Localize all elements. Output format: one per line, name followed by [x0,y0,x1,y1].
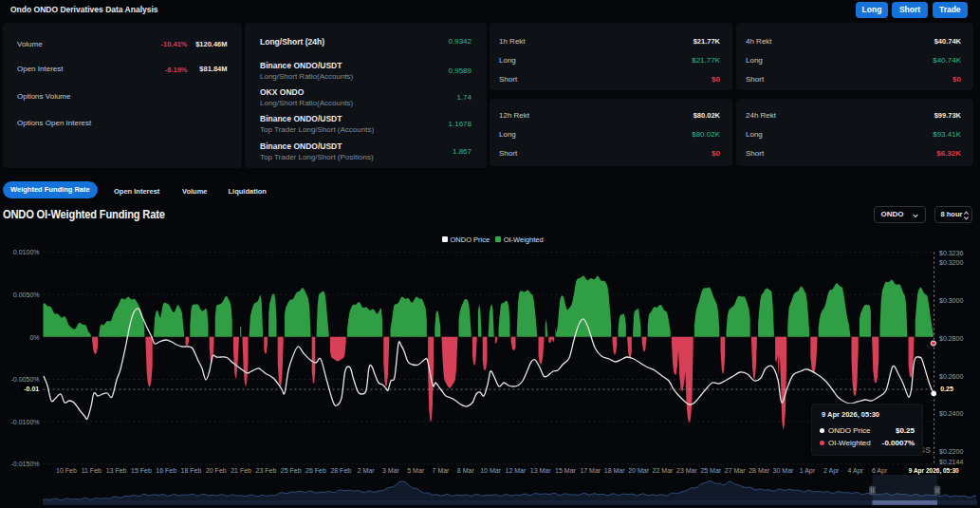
svg-text:0.0100%: 0.0100% [13,249,40,255]
svg-text:11 Feb: 11 Feb [82,467,102,474]
svg-text:3 Mar: 3 Mar [382,467,400,474]
svg-text:-0.0150%: -0.0150% [11,461,40,467]
svg-text:20 Feb: 20 Feb [206,467,227,474]
svg-text:17 Mar: 17 Mar [580,467,601,474]
svg-text:25 Mar: 25 Mar [700,467,721,474]
svg-text:28 Feb: 28 Feb [330,467,351,474]
svg-text:21 Feb: 21 Feb [231,467,251,474]
svg-text:30 Mar: 30 Mar [773,467,794,474]
svg-text:$0.2600: $0.2600 [939,373,963,380]
svg-text:8 Mar: 8 Mar [457,467,475,474]
svg-text:2 Apr: 2 Apr [823,467,840,475]
svg-text:7 Mar: 7 Mar [433,467,451,474]
svg-text:$0.3200: $0.3200 [939,259,963,266]
svg-text:0.0050%: 0.0050% [13,292,40,298]
svg-text:18 Mar: 18 Mar [604,467,625,474]
svg-text:5 Mar: 5 Mar [407,467,425,474]
svg-text:12 Mar: 12 Mar [506,467,527,474]
svg-text:28 Mar: 28 Mar [749,467,769,474]
svg-text:15 Feb: 15 Feb [131,467,152,474]
svg-text:-0.0100%: -0.0100% [11,419,40,425]
svg-text:6 Apr: 6 Apr [872,467,888,475]
svg-text:16 Feb: 16 Feb [156,467,176,474]
svg-text:$0.3000: $0.3000 [939,297,963,304]
svg-text:$0.2200: $0.2200 [939,448,963,455]
svg-text:0%: 0% [29,334,39,341]
svg-text:13 Feb: 13 Feb [106,467,127,474]
svg-text:23 Feb: 23 Feb [256,467,277,474]
svg-text:22 Mar: 22 Mar [653,467,674,474]
svg-text:4 Apr: 4 Apr [848,467,864,475]
svg-text:13 Mar: 13 Mar [530,467,551,474]
svg-text:-0.0050%: -0.0050% [11,376,40,383]
svg-text:$0.2144: $0.2144 [939,459,963,465]
svg-text:25 Feb: 25 Feb [281,467,302,474]
svg-text:15 Mar: 15 Mar [555,467,576,474]
svg-text:23 Mar: 23 Mar [676,467,697,474]
svg-text:$0.2400: $0.2400 [939,410,963,417]
svg-text:$0.2800: $0.2800 [939,335,963,342]
svg-text:26 Feb: 26 Feb [305,467,326,474]
svg-text:20 Mar: 20 Mar [628,467,649,474]
svg-text:18 Feb: 18 Feb [181,467,202,474]
svg-text:1 Apr: 1 Apr [800,467,816,475]
svg-text:10 Mar: 10 Mar [480,467,501,474]
svg-text:10 Feb: 10 Feb [56,467,77,474]
svg-text:2 Mar: 2 Mar [358,467,376,474]
svg-text:27 Mar: 27 Mar [725,467,746,474]
svg-text:$0.3236: $0.3236 [939,250,963,256]
